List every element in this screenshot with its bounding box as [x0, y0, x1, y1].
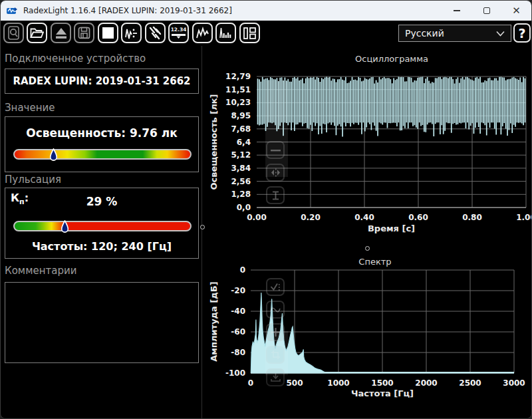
minimize-icon [454, 10, 460, 11]
help-button[interactable]: ? [513, 23, 531, 43]
stop-square-icon [102, 27, 114, 39]
waveform-list-icon [124, 27, 138, 40]
eject-icon [55, 27, 68, 39]
layout-button[interactable] [239, 23, 260, 43]
osc-cursor-button[interactable] [266, 186, 285, 204]
pulsation-box: Кп: 29 % Частоты: 120; 240 [Гц] [5, 188, 199, 259]
minus-icon [271, 148, 281, 152]
comments-section-header: Комментарии [5, 265, 76, 277]
svg-text:0.80: 0.80 [462, 213, 482, 222]
svg-text:2500: 2500 [459, 378, 481, 388]
svg-text:11,51: 11,51 [225, 85, 251, 94]
kp-value: 29 % [5, 195, 198, 208]
zoom-document-icon [7, 26, 20, 40]
numeric-display-icon: 12.34 [171, 26, 186, 40]
rays-icon [148, 27, 162, 40]
svg-text:7,68: 7,68 [231, 124, 251, 134]
maximize-icon [483, 7, 490, 14]
read-device-button[interactable] [51, 23, 71, 43]
svg-text:-60: -60 [231, 327, 245, 337]
chart-splitter-handle[interactable] [365, 246, 370, 251]
language-select[interactable]: Русский [398, 25, 511, 42]
value-box: Освещенность: 9.76 лк [5, 116, 199, 172]
open-folder-icon [30, 27, 44, 39]
svg-text:1,28: 1,28 [231, 190, 251, 199]
svg-text:0: 0 [240, 265, 245, 275]
svg-text:0: 0 [248, 378, 253, 388]
spec-waveform-button[interactable] [266, 301, 285, 319]
svg-text:0.40: 0.40 [354, 213, 374, 222]
maximize-button[interactable] [471, 1, 501, 21]
illuminance-gauge-marker [49, 148, 59, 162]
droplet-icon [49, 148, 59, 162]
pulsation-gauge [13, 221, 192, 231]
device-name: RADEX LUPIN: 2019-01-31 2662 [5, 75, 198, 87]
stop-button[interactable] [98, 23, 118, 43]
svg-text:Время [с]: Время [с] [368, 223, 415, 233]
osc-zoom-out-button[interactable] [266, 141, 285, 159]
svg-text:10,23: 10,23 [225, 98, 251, 107]
svg-text:Освещенность [лк]: Освещенность [лк] [209, 94, 219, 190]
droplet-icon [60, 220, 70, 234]
comments-input[interactable] [5, 282, 199, 363]
illuminance-gauge [13, 149, 192, 160]
spec-zoom-in-button[interactable] [266, 323, 285, 341]
numeric-display-button[interactable]: 12.34 [168, 23, 189, 43]
language-value: Русский [405, 28, 444, 39]
svg-text:-40: -40 [231, 307, 245, 316]
svg-text:0.00: 0.00 [247, 213, 267, 222]
svg-text:12.34: 12.34 [171, 27, 186, 33]
illuminance-reading: Освещенность: 9.76 лк [5, 126, 198, 140]
pulsation-mode-button[interactable] [145, 23, 166, 43]
svg-text:0,0: 0,0 [237, 203, 251, 212]
waveform-box-icon [270, 306, 281, 314]
svg-text:Амплитуда [дБ]: Амплитуда [дБ] [209, 281, 219, 361]
zoom-document-button[interactable] [3, 23, 24, 43]
spec-crop-button[interactable] [266, 346, 285, 364]
panel-splitter[interactable] [201, 46, 202, 419]
check-icon [270, 283, 281, 291]
toolbar: 12.34 Русский ? [1, 21, 531, 46]
svg-text:1000: 1000 [327, 378, 349, 388]
spectrum-chart[interactable]: 0-20-40-60-80-10005001000150020002500300… [207, 255, 532, 415]
measurement-settings-button[interactable] [121, 23, 142, 43]
svg-text:-100: -100 [225, 368, 245, 378]
line-chart-icon [196, 27, 209, 39]
close-icon: ✕ [512, 6, 521, 16]
spec-select-button[interactable] [266, 278, 285, 296]
svg-text:2,56: 2,56 [231, 177, 251, 186]
help-label: ? [518, 26, 525, 41]
plus-icon [271, 328, 280, 337]
svg-text:6,4: 6,4 [237, 138, 251, 147]
osc-fit-button[interactable] [266, 164, 285, 182]
window-title: RadexLight 1.16.4 [RADEX LUPIN: 2019-01-… [23, 6, 232, 15]
svg-text:12,79: 12,79 [225, 72, 251, 81]
svg-text:-20: -20 [231, 286, 245, 295]
spec-export-button[interactable] [266, 368, 285, 386]
svg-text:3,84: 3,84 [231, 164, 251, 173]
svg-text:2000: 2000 [415, 378, 437, 388]
pulsation-section-header: Пульсация [5, 174, 61, 186]
svg-text:1.00: 1.00 [516, 213, 532, 222]
save-floppy-icon [78, 27, 90, 39]
titlebar: RadexLight 1.16.4 [RADEX LUPIN: 2019-01-… [1, 1, 531, 21]
value-section-header: Значение [5, 102, 55, 114]
oscillogram-view-button[interactable] [192, 23, 213, 43]
svg-text:0.60: 0.60 [408, 213, 428, 222]
open-file-button[interactable] [27, 23, 47, 43]
save-button[interactable] [74, 23, 94, 43]
oscillogram-chart[interactable]: 12,7911,5110,238,957,686,45,123,842,561,… [207, 53, 532, 247]
svg-text:0.20: 0.20 [301, 213, 321, 222]
spectrum-view-button[interactable] [215, 23, 236, 43]
svg-text:-80: -80 [231, 348, 245, 357]
close-button[interactable]: ✕ [501, 1, 531, 21]
layout-panels-icon [243, 27, 257, 40]
svg-text:8,95: 8,95 [231, 111, 251, 120]
frequencies-reading: Частоты: 120; 240 [Гц] [5, 240, 198, 253]
splitter-handle[interactable] [200, 225, 205, 229]
device-section-header: Подключенное устройство [5, 53, 146, 65]
minimize-button[interactable] [442, 1, 471, 21]
svg-text:3000: 3000 [503, 378, 525, 388]
svg-text:Частота [Гц]: Частота [Гц] [351, 388, 414, 398]
osc-controls-overlay [265, 80, 288, 177]
